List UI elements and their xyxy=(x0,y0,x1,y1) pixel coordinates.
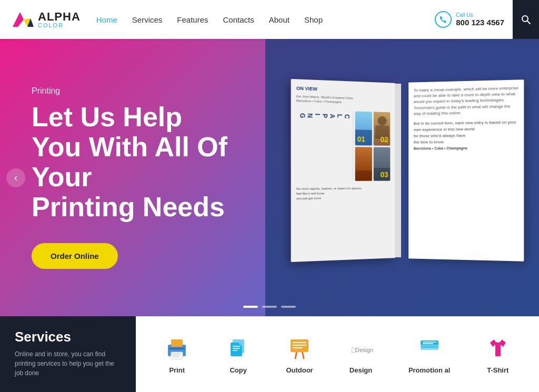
service-promotion[interactable]: Promotion al xyxy=(408,335,450,374)
hero-image: ON VIEW Est. from March, World's Greates… xyxy=(265,39,539,316)
header-right: Call Us 800 123 4567 xyxy=(435,0,528,39)
nav-shop[interactable]: Shop xyxy=(304,15,323,24)
main-nav: Home Services Features Contacts About Sh… xyxy=(96,15,435,24)
hero-subtitle: Printing xyxy=(32,86,253,96)
svg-rect-28 xyxy=(421,340,438,345)
nav-home[interactable]: Home xyxy=(96,15,117,24)
service-design[interactable]: ⎕Design Design xyxy=(347,335,374,374)
call-label: Call Us xyxy=(456,12,504,18)
order-online-button[interactable]: Order Online xyxy=(32,243,118,269)
services-bar: Services Online and in store, you can fi… xyxy=(0,316,539,392)
hero-section: ‹ Printing Let Us Help You With All Of Y… xyxy=(0,39,539,316)
logo-subtitle: COLOR xyxy=(38,23,81,28)
header: ALPHA COLOR Home Services Features Conta… xyxy=(0,0,539,39)
service-copy[interactable]: Copy xyxy=(225,335,252,374)
dot-3[interactable] xyxy=(281,306,296,308)
outdoor-icon xyxy=(286,335,313,362)
nav-features[interactable]: Features xyxy=(177,15,208,24)
nav-contacts[interactable]: Contacts xyxy=(223,15,254,24)
phone-icon xyxy=(435,11,452,28)
outdoor-label: Outdoor xyxy=(286,366,313,374)
service-tshirt[interactable]: T-Shirt xyxy=(484,335,512,374)
promotion-label: Promotion al xyxy=(408,366,450,374)
svg-line-5 xyxy=(527,21,530,24)
call-number: 800 123 4567 xyxy=(456,18,504,27)
dot-2[interactable] xyxy=(262,306,277,308)
prev-arrow[interactable]: ‹ xyxy=(6,168,25,187)
services-description: Online and in store, you can find printi… xyxy=(15,349,121,378)
services-label-area: Services Online and in store, you can fi… xyxy=(0,316,136,392)
copy-label: Copy xyxy=(229,366,247,374)
call-text: Call Us 800 123 4567 xyxy=(456,12,504,27)
logo-name: ALPHA xyxy=(38,11,81,23)
promotion-icon xyxy=(416,335,443,362)
print-icon xyxy=(163,335,191,362)
design-label: Design xyxy=(350,366,372,374)
dot-1[interactable] xyxy=(243,306,258,308)
svg-text:⎕Design: ⎕Design xyxy=(352,347,373,353)
service-print[interactable]: Print xyxy=(163,335,191,374)
svg-line-19 xyxy=(295,351,297,358)
logo-icon xyxy=(11,8,34,31)
design-icon: ⎕Design xyxy=(347,335,374,362)
call-area: Call Us 800 123 4567 xyxy=(435,11,504,28)
tshirt-icon xyxy=(484,335,512,362)
nav-services[interactable]: Services xyxy=(132,15,163,24)
slider-dots xyxy=(243,306,296,308)
svg-marker-0 xyxy=(13,12,24,27)
hero-title: Let Us Help You With All Of Your Printin… xyxy=(32,102,253,223)
svg-rect-8 xyxy=(171,352,183,359)
services-title: Services xyxy=(15,329,121,345)
svg-rect-7 xyxy=(171,339,183,347)
services-icons: Print Copy xyxy=(136,316,539,392)
tshirt-label: T-Shirt xyxy=(487,366,508,374)
nav-about[interactable]: About xyxy=(269,15,290,24)
hero-content: Printing Let Us Help You With All Of You… xyxy=(0,86,284,269)
svg-rect-9 xyxy=(169,348,185,349)
service-outdoor[interactable]: Outdoor xyxy=(286,335,313,374)
logo[interactable]: ALPHA COLOR xyxy=(11,8,81,31)
copy-icon xyxy=(225,335,252,362)
print-label: Print xyxy=(169,366,185,374)
svg-line-20 xyxy=(302,351,304,358)
book-mockup: ON VIEW Est. from March, World's Greates… xyxy=(292,81,523,270)
search-button[interactable] xyxy=(513,0,539,39)
